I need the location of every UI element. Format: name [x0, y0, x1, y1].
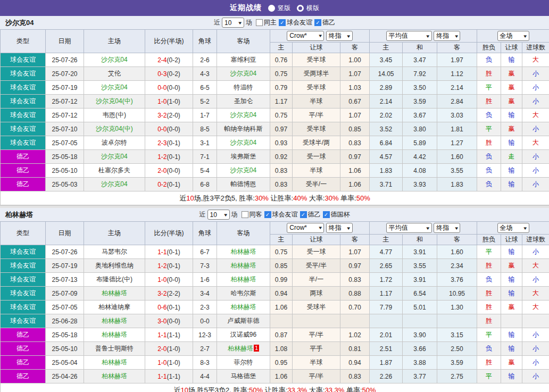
- odds-away: 1.07: [340, 67, 370, 81]
- checkbox-unchecked-icon[interactable]: [242, 211, 248, 218]
- radio-horizontal-label: 横版: [306, 4, 319, 13]
- radio-selected-icon[interactable]: [268, 5, 275, 12]
- odds-away: 0.97: [340, 150, 370, 164]
- match-score: 0-0(0-0): [145, 81, 193, 95]
- odds-time-select[interactable]: 终指▾: [326, 31, 353, 41]
- chevron-down-icon: ▾: [224, 212, 227, 218]
- checkbox-checked-icon[interactable]: ✓: [314, 19, 321, 26]
- away-team: 哈韦尔斯: [217, 287, 270, 301]
- checkbox-checked-icon[interactable]: ✓: [279, 19, 286, 26]
- match-date: 25-07-10: [46, 122, 84, 136]
- scope-select[interactable]: 全场▾: [497, 223, 529, 233]
- match-row: 德乙25-05-03沙尔克040-2(0-1)6-8帕德博恩0.83受半/一1.…: [1, 178, 549, 191]
- odds-home: 0.94: [270, 287, 293, 301]
- home-team: 沙尔克04: [84, 81, 145, 95]
- rounds-select[interactable]: 10▾: [207, 210, 230, 220]
- odds-away: 0.85: [340, 122, 370, 136]
- avg-home: 3.52: [370, 122, 403, 136]
- home-team: 柏林赫塔: [84, 287, 145, 301]
- summary-row: 近10场,胜3平2负5, 胜率:30% 让胜率:40% 大率:30% 单率:50…: [1, 191, 549, 205]
- avg-draw: [403, 314, 437, 328]
- away-team: 汉诺威96: [217, 328, 270, 342]
- result-wdl: 平: [477, 81, 501, 95]
- match-row: 球会友谊25-07-20艾伦0-3(0-2)4-3沙尔克040.75受两球半1.…: [1, 67, 549, 81]
- result-goals: 小: [522, 370, 549, 383]
- avg-group-header: 平均值▾ 终指▾: [370, 222, 477, 235]
- filter-checkbox[interactable]: ✓德乙: [314, 18, 335, 27]
- col-avg-home: 主: [370, 43, 403, 53]
- filter-checkbox[interactable]: 同客: [242, 210, 262, 219]
- chevron-down-icon: ▾: [523, 226, 527, 231]
- league-badge: 德乙: [1, 164, 46, 178]
- radio-vertical-layout[interactable]: 竖版: [268, 4, 290, 13]
- col-result-goals: 进球数: [522, 43, 549, 53]
- checkbox-checked-icon[interactable]: ✓: [264, 211, 271, 218]
- corner-score: 3-1: [193, 136, 217, 150]
- odds-home: 0.95: [270, 356, 293, 370]
- result-handicap: 输: [501, 287, 522, 301]
- odds-home: 0.93: [270, 136, 293, 150]
- checkbox-checked-icon[interactable]: ✓: [300, 211, 307, 218]
- odds-home: 0.83: [270, 164, 293, 178]
- avg-home: 2.26: [370, 370, 403, 383]
- scope-select[interactable]: 全场▾: [497, 31, 529, 41]
- match-row: 球会友谊25-07-09柏林赫塔3-2(2-2)3-4哈韦尔斯0.94两球0.8…: [1, 287, 549, 301]
- result-wdl: 胜: [477, 301, 501, 314]
- radio-horizontal-layout[interactable]: 横版: [297, 4, 319, 13]
- result-goals: 小: [522, 81, 549, 95]
- match-score: 1-0(1-0): [145, 356, 193, 370]
- avg-home: 2.65: [370, 259, 403, 273]
- odds-away: 1.06: [340, 178, 370, 191]
- result-handicap: 输: [501, 164, 522, 178]
- avg-source-select[interactable]: 平均值▾: [386, 223, 432, 233]
- result-handicap: 输: [501, 328, 522, 342]
- match-score: 1-1(1-1): [145, 370, 193, 383]
- league-badge: 球会友谊: [1, 287, 46, 301]
- avg-time-select[interactable]: 终指▾: [434, 223, 460, 233]
- match-date: 25-07-12: [46, 109, 84, 122]
- results-table: 类型 日期 主场 比分(半场) 角球 客场 Crow*▾ 终指▾ 平均值▾ 终指…: [0, 29, 549, 205]
- league-badge: 球会友谊: [1, 314, 46, 328]
- filter-checkbox[interactable]: ✓德国杯: [323, 210, 350, 219]
- odds-home: 1.06: [270, 370, 293, 383]
- corner-score: 0-0: [193, 314, 217, 328]
- avg-home: 14.05: [370, 67, 403, 81]
- filter-checkbox[interactable]: ✓德乙: [300, 210, 321, 219]
- team-name: 柏林赫塔: [0, 210, 33, 220]
- result-goals: 小: [522, 273, 549, 287]
- odds-away: 0.94: [340, 356, 370, 370]
- corner-score: 7-1: [193, 150, 217, 164]
- match-row: 德乙25-05-18沙尔克041-2(0-1)7-1埃弗斯堡0.92受一球0.9…: [1, 150, 549, 164]
- filter-label: 球会友谊: [272, 210, 298, 219]
- chevron-down-icon: ▾: [347, 34, 350, 39]
- away-team: 埃弗斯堡: [217, 150, 270, 164]
- avg-away: 1.81: [437, 122, 477, 136]
- result-wdl: 胜: [477, 259, 501, 273]
- filter-checkbox[interactable]: ✓球会友谊: [264, 210, 298, 219]
- corner-score: 4-4: [193, 370, 217, 383]
- checkbox-unchecked-icon[interactable]: [256, 19, 263, 26]
- odds-source-select[interactable]: Crow*▾: [287, 31, 324, 41]
- avg-time-select[interactable]: 终指▾: [434, 31, 460, 41]
- rounds-select[interactable]: 10▾: [222, 18, 244, 28]
- league-badge: 球会友谊: [1, 259, 46, 273]
- radio-unselected-icon[interactable]: [297, 5, 304, 12]
- odds-source-select[interactable]: Crow*▾: [287, 223, 324, 233]
- avg-home: 2.01: [370, 328, 403, 342]
- avg-draw: 3.55: [403, 259, 437, 273]
- avg-away: 1.27: [437, 136, 477, 150]
- checkbox-checked-icon[interactable]: ✓: [323, 211, 330, 218]
- home-team: 奥地利维也纳: [84, 259, 145, 273]
- col-home: 主场: [84, 222, 145, 245]
- avg-source-select[interactable]: 平均值▾: [386, 31, 432, 41]
- results-body: 球会友谊25-07-26马瑟韦尔1-1(0-1)6-7柏林赫塔0.75受一球1.…: [1, 245, 549, 383]
- chevron-down-icon: ▾: [455, 34, 458, 39]
- avg-away: 2.50: [437, 342, 477, 356]
- chevron-down-icon: ▾: [427, 226, 430, 231]
- filter-checkbox[interactable]: 同主: [256, 18, 277, 27]
- result-goals: 大: [522, 109, 549, 122]
- odds-time-select[interactable]: 终指▾: [326, 223, 353, 233]
- col-result-handicap: 让球: [501, 235, 522, 245]
- filter-checkbox[interactable]: ✓球会友谊: [279, 18, 312, 27]
- recent-results-page: 近期战绩 竖版 横版 沙尔克04 近 10▾ 场 同主✓球会友谊✓德乙: [0, 0, 549, 392]
